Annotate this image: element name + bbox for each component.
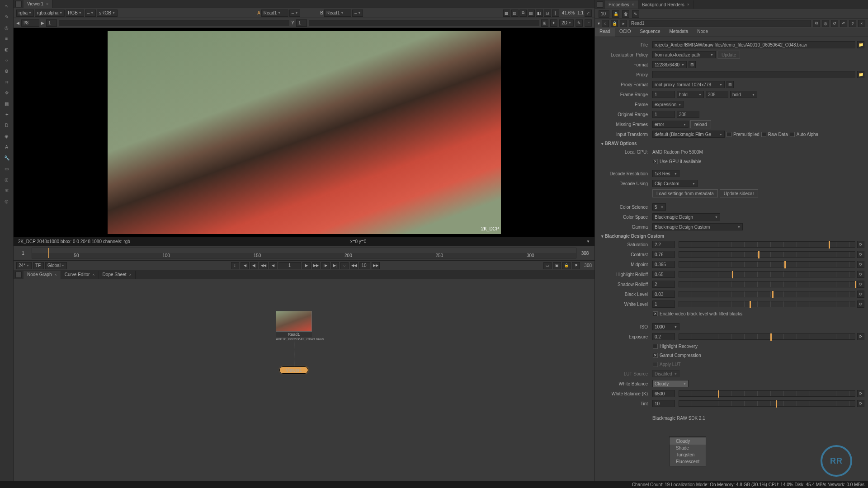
current-frame-field[interactable]: 1 xyxy=(278,262,301,269)
proxy-format-info-icon[interactable]: ⊞ xyxy=(726,81,734,88)
help-icon[interactable]: ? xyxy=(849,20,856,27)
proxy-format-dropdown[interactable]: root.proxy_format 1024x778▼ xyxy=(652,81,725,88)
b-input-selector[interactable]: Read1▼ xyxy=(324,9,351,17)
pencil-icon[interactable]: ✎ xyxy=(576,19,583,27)
gamma-field[interactable]: 1 xyxy=(296,19,307,27)
snowflake-icon[interactable]: ❄ xyxy=(3,186,11,194)
revert-icon[interactable]: ↺ xyxy=(831,20,838,27)
play-forward-icon[interactable]: ▶ xyxy=(302,262,311,269)
iso-dropdown[interactable]: 1000▼ xyxy=(652,323,679,330)
loc-policy-dropdown[interactable]: from auto-localize path▼ xyxy=(652,51,716,58)
viewer-tab[interactable]: Viewer1 × xyxy=(24,0,52,8)
rec-icon[interactable]: ▭ xyxy=(543,262,552,269)
color-space-dropdown[interactable]: Blackmagic Design▼ xyxy=(652,213,720,221)
tab-properties[interactable]: Properties× xyxy=(605,0,638,9)
anim-icon[interactable]: ⟳ xyxy=(857,400,864,407)
anim-icon[interactable]: ⟳ xyxy=(857,271,864,278)
pane-icon-3[interactable] xyxy=(597,1,603,8)
color-science-dropdown[interactable]: 5▼ xyxy=(652,203,666,211)
pointer-icon[interactable]: ↖ xyxy=(3,2,11,10)
wb-dropdown[interactable]: Cloudy▼ xyxy=(652,380,689,387)
globe-icon[interactable]: ◎ xyxy=(3,175,11,183)
hlr-field[interactable]: 0.65 xyxy=(652,271,675,278)
node-viewer[interactable]: Viewer1 xyxy=(279,366,308,374)
tab-bg-renders[interactable]: Background Renders× xyxy=(638,0,693,9)
frame-dropdown[interactable]: expression▼ xyxy=(652,101,684,108)
file-field[interactable]: rojects_Amber/BMRAW/braw files/demo_file… xyxy=(652,41,855,48)
step-back-icon[interactable]: ◀◀ xyxy=(259,262,268,269)
collapse-icon[interactable]: ▾ xyxy=(598,21,600,26)
anim-icon[interactable]: ⟳ xyxy=(857,281,864,288)
guides-icon[interactable]: ✦ xyxy=(550,19,557,27)
wrench-icon[interactable]: 🔧 xyxy=(3,154,11,162)
orig-range-b[interactable]: 308 xyxy=(677,111,699,118)
use-gpu-checkbox[interactable]: ✕ xyxy=(653,159,658,164)
exp-field[interactable]: 0.2 xyxy=(652,333,675,340)
pause-icon[interactable]: ‖ xyxy=(552,9,559,17)
wbk-field[interactable]: 6500 xyxy=(652,390,675,397)
anim-icon[interactable]: ⟳ xyxy=(857,333,864,340)
overlay-icon[interactable]: ⊞ xyxy=(541,19,548,27)
undo-icon[interactable]: ↶ xyxy=(840,20,847,27)
gamut-checkbox[interactable]: ✕ xyxy=(653,353,658,358)
tc-selector[interactable]: TF xyxy=(33,262,44,269)
con-slider[interactable] xyxy=(679,251,855,258)
split-icon[interactable]: ▤ xyxy=(511,9,519,17)
decode-res-dropdown[interactable]: 1/8 Res▼ xyxy=(652,170,679,177)
wl-field[interactable]: 1 xyxy=(652,300,675,308)
con-field[interactable]: 0.76 xyxy=(652,251,675,258)
panel-icon[interactable]: ▭ xyxy=(3,164,11,173)
close-icon[interactable]: × xyxy=(46,2,48,6)
cube-icon[interactable]: ▦ xyxy=(3,99,11,108)
enable-vbl-checkbox[interactable]: ✕ xyxy=(653,311,658,316)
panel-count-field[interactable]: 10 xyxy=(599,10,609,18)
close-prop-icon[interactable]: × xyxy=(858,20,865,27)
tab-curve-editor[interactable]: Curve Editor× xyxy=(61,271,99,279)
node-name-field[interactable]: Read1 xyxy=(629,20,811,27)
update-button[interactable]: Update xyxy=(717,51,740,59)
pane-icon[interactable] xyxy=(15,1,22,7)
d-icon[interactable]: D xyxy=(3,121,11,129)
node-read[interactable]: Read1 A0010_06050642_C043.braw xyxy=(276,311,312,341)
view-mode-selector[interactable]: 2D▼ xyxy=(559,19,574,27)
gain-field[interactable]: 1 xyxy=(46,19,57,27)
brush-icon[interactable]: ✎ xyxy=(3,13,11,21)
more-icon[interactable]: ⋯ xyxy=(585,19,592,27)
hlrec-checkbox[interactable] xyxy=(653,344,658,349)
frame-range-b[interactable]: 308 xyxy=(706,91,728,98)
clear-panel-icon[interactable]: 🗑 xyxy=(622,10,629,18)
ptab-node[interactable]: Node xyxy=(693,28,712,37)
channel-selector-1[interactable]: rgba▼ xyxy=(16,9,34,17)
format-dropdown[interactable]: 12288x6480▼ xyxy=(652,61,687,68)
anim-icon[interactable]: ⟳ xyxy=(857,300,864,308)
tab-dope-sheet[interactable]: Dope Sheet× xyxy=(99,271,136,279)
colorspace-selector[interactable]: RGB▼ xyxy=(66,9,84,17)
next-key-icon[interactable]: |▶ xyxy=(321,262,330,269)
input-xform-dropdown[interactable]: default (Blackmagic Film Ge▼ xyxy=(652,131,725,138)
tab-node-graph[interactable]: Node Graph× xyxy=(24,271,61,279)
ptab-metadata[interactable]: Metadata xyxy=(665,28,693,37)
eye-icon[interactable]: ◉ xyxy=(3,132,11,140)
wbk-slider[interactable] xyxy=(679,390,855,397)
text-icon[interactable]: A xyxy=(3,143,11,151)
overscan-icon[interactable]: ⊡ xyxy=(544,9,551,17)
proxy-folder-icon[interactable]: 📁 xyxy=(857,71,864,78)
lock-icon[interactable]: 🔒 xyxy=(562,262,571,269)
update-sidecar-button[interactable]: Update sidecar xyxy=(720,189,758,197)
reload-button[interactable]: reload xyxy=(690,120,711,128)
pane-icon-2[interactable] xyxy=(15,272,22,278)
flag-icon[interactable]: ⚑ xyxy=(572,262,580,269)
mid-field[interactable]: 0.395 xyxy=(652,261,675,268)
exp-slider[interactable] xyxy=(679,333,855,340)
gain-slider[interactable] xyxy=(59,20,289,26)
move-icon[interactable]: ✥ xyxy=(3,89,11,97)
roi-icon[interactable]: ▨ xyxy=(528,9,535,17)
sat-field[interactable]: 2.2 xyxy=(652,241,675,248)
mid-slider[interactable] xyxy=(679,261,855,267)
scope-selector[interactable]: Global▼ xyxy=(45,262,67,269)
center-icon[interactable]: ◎ xyxy=(822,20,829,27)
anim-icon[interactable]: ⟳ xyxy=(857,241,864,248)
monitor-icon[interactable]: ▣ xyxy=(553,262,561,269)
proxy-icon[interactable]: ◧ xyxy=(536,9,543,17)
hlr-slider[interactable] xyxy=(679,271,855,277)
